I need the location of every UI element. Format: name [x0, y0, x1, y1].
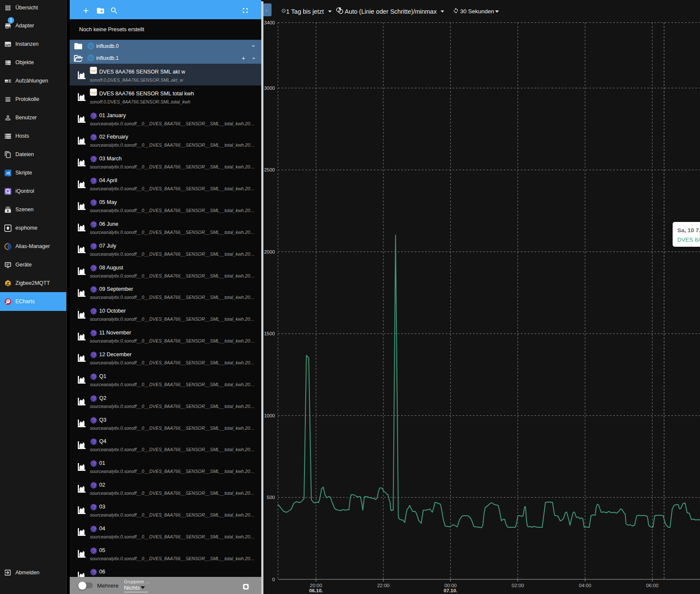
- svg-text:0: 0: [272, 577, 275, 582]
- svg-text:1000: 1000: [264, 413, 275, 418]
- svg-text:1500: 1500: [264, 331, 275, 336]
- svg-text:JS: JS: [6, 171, 10, 175]
- svg-text:07.10.: 07.10.: [444, 588, 458, 593]
- svg-text:Sonoff: Sonoff: [91, 91, 97, 93]
- svg-text:04:00: 04:00: [579, 583, 591, 588]
- svg-text:06:00: 06:00: [646, 583, 659, 588]
- svg-text:500: 500: [267, 495, 275, 500]
- svg-text:22:00: 22:00: [377, 583, 390, 588]
- svg-text:Sonoff: Sonoff: [91, 69, 97, 71]
- svg-text:02:00: 02:00: [512, 583, 524, 588]
- svg-text:2000: 2000: [264, 249, 275, 254]
- svg-text:MQTT: MQTT: [6, 284, 10, 286]
- svg-text:20:00: 20:00: [310, 583, 322, 588]
- svg-text:2500: 2500: [264, 167, 275, 172]
- svg-text:06.10.: 06.10.: [309, 588, 323, 593]
- svg-text:3400: 3400: [264, 20, 275, 25]
- svg-text:00:00: 00:00: [444, 583, 457, 588]
- svg-text:3000: 3000: [264, 86, 275, 91]
